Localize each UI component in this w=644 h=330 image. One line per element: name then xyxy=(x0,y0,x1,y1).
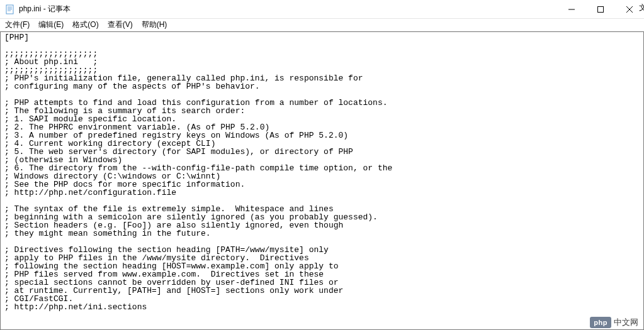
file-content[interactable]: [PHP] ;;;;;;;;;;;;;;;;;;; ; About php.in… xyxy=(1,32,643,312)
cut-text-fragment: 文 xyxy=(639,3,644,13)
menu-file[interactable]: 文件(F) xyxy=(5,19,30,30)
menubar: 文件(F) 编辑(E) 格式(O) 查看(V) 帮助(H) xyxy=(0,19,644,31)
window-title: php.ini - 记事本 xyxy=(19,4,71,14)
svg-rect-6 xyxy=(598,7,604,13)
maximize-button[interactable] xyxy=(586,0,615,19)
text-editor[interactable]: [PHP] ;;;;;;;;;;;;;;;;;;; ; About php.in… xyxy=(1,32,643,329)
notepad-icon xyxy=(5,4,15,14)
menu-format[interactable]: 格式(O) xyxy=(72,19,98,30)
menu-help[interactable]: 帮助(H) xyxy=(142,19,167,30)
minimize-button[interactable] xyxy=(557,0,586,19)
window-controls xyxy=(557,0,644,18)
titlebar-left: php.ini - 记事本 xyxy=(0,4,71,14)
editor-wrap: [PHP] ;;;;;;;;;;;;;;;;;;; ; About php.in… xyxy=(0,31,644,330)
menu-edit[interactable]: 编辑(E) xyxy=(38,19,64,30)
titlebar: php.ini - 记事本 xyxy=(0,0,644,19)
menu-view[interactable]: 查看(V) xyxy=(108,19,133,30)
